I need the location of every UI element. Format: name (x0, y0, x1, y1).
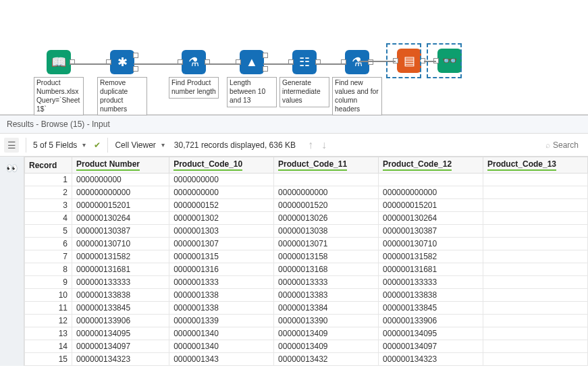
data-cell[interactable]: 00000013168 (274, 263, 379, 276)
data-cell[interactable]: 000000133333 (379, 276, 483, 289)
record-cell[interactable]: 9 (25, 276, 72, 289)
data-cell[interactable]: 000000130710 (72, 238, 169, 250)
data-cell[interactable] (483, 199, 588, 212)
data-cell[interactable]: 0000000152 (169, 199, 274, 212)
data-cell[interactable]: 0000001303 (169, 225, 274, 238)
data-cell[interactable]: 0000001338 (169, 289, 274, 302)
data-cell[interactable]: 000000134097 (72, 340, 169, 353)
data-cell[interactable]: 000000130264 (72, 212, 169, 225)
workflow-node[interactable]: ⚗Find Product number length (169, 50, 219, 99)
data-cell[interactable] (483, 353, 588, 366)
table-row[interactable]: 1500000013432300000013430000001343200000… (25, 353, 588, 366)
data-cell[interactable]: 000000134095 (379, 327, 483, 340)
data-cell[interactable] (483, 212, 588, 225)
data-cell[interactable] (483, 340, 588, 353)
anchor-out[interactable] (133, 53, 138, 58)
table-row[interactable]: 100000000000000000000 (25, 173, 588, 186)
table-row[interactable]: 9000000133333000000133300000013333000000… (25, 276, 588, 289)
table-row[interactable]: 8000000131681000000131600000013168000000… (25, 263, 588, 276)
data-cell[interactable] (483, 276, 588, 289)
data-cell[interactable]: 0000001302 (169, 212, 274, 225)
data-cell[interactable]: 000000134095 (72, 327, 169, 340)
record-cell[interactable]: 3 (25, 199, 72, 212)
anchor-out[interactable] (133, 66, 138, 72)
record-cell[interactable]: 8 (25, 263, 72, 276)
record-cell[interactable]: 10 (25, 289, 72, 302)
data-cell[interactable]: 00000013038 (274, 225, 379, 238)
data-cell[interactable]: 0000001307 (169, 238, 274, 250)
data-cell[interactable]: 0000001343 (169, 353, 274, 366)
data-cell[interactable] (483, 302, 588, 315)
data-cell[interactable]: 000000133845 (379, 302, 483, 315)
data-cell[interactable]: 000000130710 (379, 238, 483, 250)
workflow-canvas[interactable]: 📖Product Numbers.xlsx Query=`Sheet1$`✱Re… (0, 0, 588, 115)
data-cell[interactable]: 000000134323 (72, 353, 169, 366)
workflow-node[interactable]: ⚗Find new values and for column headers (332, 50, 382, 115)
column-header[interactable]: Product Number (72, 157, 169, 173)
table-row[interactable]: 2000000000000000000000000000000000000000… (25, 186, 588, 199)
data-cell[interactable]: 00000000000 (274, 186, 379, 199)
data-cell[interactable]: 0000000000 (72, 173, 169, 186)
data-cell[interactable]: 000000131582 (72, 250, 169, 263)
record-cell[interactable]: 6 (25, 238, 72, 250)
record-cell[interactable]: 14 (25, 340, 72, 353)
record-cell[interactable]: 13 (25, 327, 72, 340)
data-cell[interactable]: 000000000000 (379, 186, 483, 199)
table-row[interactable]: 4000000130264000000130200000013026000000… (25, 212, 588, 225)
table-row[interactable]: 1400000013409700000013400000001340900000… (25, 340, 588, 353)
data-cell[interactable]: 000000130387 (379, 225, 483, 238)
data-cell[interactable]: 000000133333 (72, 276, 169, 289)
record-cell[interactable]: 15 (25, 353, 72, 366)
data-cell[interactable]: 000000134323 (379, 353, 483, 366)
data-cell[interactable]: 0000000000 (169, 186, 274, 199)
record-cell[interactable]: 12 (25, 315, 72, 327)
data-cell[interactable] (483, 263, 588, 276)
data-cell[interactable]: 000000133838 (72, 289, 169, 302)
table-row[interactable]: 6000000130710000000130700000013071000000… (25, 238, 588, 250)
data-cell[interactable]: 00000013333 (274, 276, 379, 289)
arrow-down-icon[interactable]: ↓ (321, 139, 327, 151)
data-cell[interactable]: 00000013409 (274, 340, 379, 353)
fields-count[interactable]: 5 of 5 Fields (33, 140, 77, 150)
record-cell[interactable]: 7 (25, 250, 72, 263)
workflow-node[interactable]: ▲Length between 10 and 13 (227, 50, 277, 107)
data-cell[interactable]: 00000013384 (274, 302, 379, 315)
data-cell[interactable] (483, 250, 588, 263)
record-cell[interactable]: 1 (25, 173, 72, 186)
column-header[interactable]: Record (25, 157, 72, 173)
arrow-up-icon[interactable]: ↑ (308, 139, 313, 151)
workflow-node[interactable]: ✱Remove duplicate product numbers (97, 50, 147, 115)
data-cell[interactable]: 000000133845 (72, 302, 169, 315)
search-box[interactable]: ⌕ (545, 140, 584, 150)
data-cell[interactable] (483, 173, 588, 186)
column-header[interactable]: Product_Code_13 (483, 157, 588, 173)
data-cell[interactable]: 00000013432 (274, 353, 379, 366)
data-cell[interactable] (483, 238, 588, 250)
layout-toggle-icon[interactable]: ☰ (4, 138, 19, 153)
chevron-down-icon[interactable]: ▾ (82, 141, 86, 149)
data-grid[interactable]: RecordProduct NumberProduct_Code_10Produ… (24, 157, 588, 366)
column-header[interactable]: Product_Code_10 (169, 157, 274, 173)
workflow-node[interactable]: ☷Generate intermediate values (279, 50, 329, 107)
data-cell[interactable]: 0000001333 (169, 276, 274, 289)
check-icon[interactable]: ✔ (94, 140, 101, 150)
data-cell[interactable]: 00000013071 (274, 238, 379, 250)
data-cell[interactable]: 000000131582 (379, 250, 483, 263)
data-cell[interactable]: 0000001316 (169, 263, 274, 276)
data-cell[interactable]: 0000001338 (169, 302, 274, 315)
data-cell[interactable] (274, 173, 379, 186)
data-cell[interactable]: 000000015201 (72, 199, 169, 212)
record-cell[interactable]: 4 (25, 212, 72, 225)
data-cell[interactable]: 000000131681 (379, 263, 483, 276)
chevron-down-icon[interactable]: ▾ (161, 141, 165, 149)
column-header[interactable]: Product_Code_11 (274, 157, 379, 173)
column-header[interactable]: Product_Code_12 (379, 157, 483, 173)
table-row[interactable]: 1000000013383800000013380000001338300000… (25, 289, 588, 302)
data-cell[interactable]: 000000130264 (379, 212, 483, 225)
data-cell[interactable]: 00000013026 (274, 212, 379, 225)
search-input[interactable] (553, 140, 580, 150)
data-cell[interactable]: 00000013383 (274, 289, 379, 302)
data-cell[interactable]: 000000133838 (379, 289, 483, 302)
anchor-out[interactable] (263, 66, 268, 72)
data-cell[interactable] (483, 186, 588, 199)
